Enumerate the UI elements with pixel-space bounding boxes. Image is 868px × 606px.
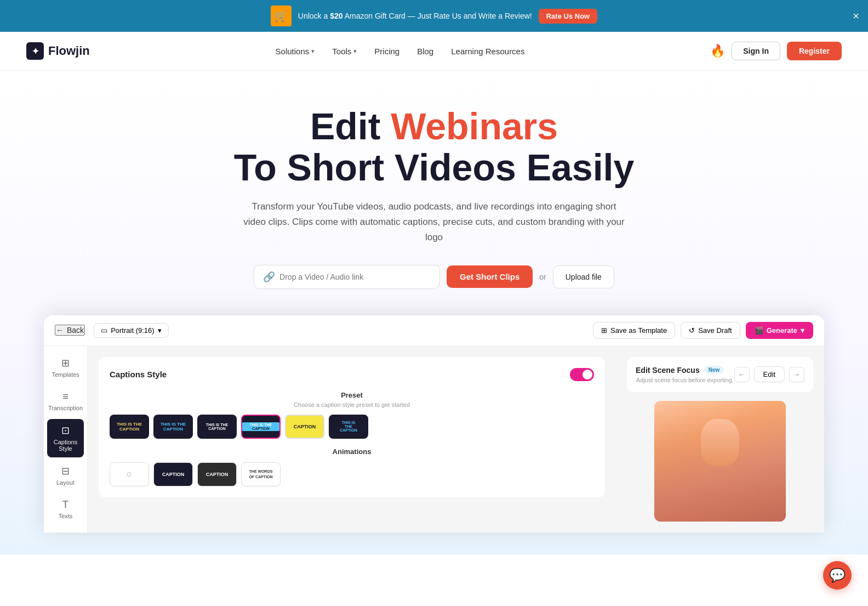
logo[interactable]: ✦ Flowjin bbox=[26, 42, 90, 60]
preset-grid: THIS IS THECAPTION THIS IS THECAPTION TH… bbox=[110, 415, 594, 439]
chevron-down-icon: ▾ bbox=[311, 48, 315, 55]
banner-close-button[interactable]: × bbox=[853, 10, 859, 21]
captions-style-panel: Captions Style Preset Choose a caption s… bbox=[99, 357, 605, 497]
animations-grid: ○ Caption Caption The Wordsof Caption bbox=[110, 462, 594, 486]
navbar: ✦ Flowjin Solutions ▾ Tools ▾ Pricing Bl… bbox=[0, 32, 868, 71]
hero-subtitle: Transform your YouTube videos, audio pod… bbox=[242, 199, 626, 245]
scene-focus-title: Edit Scene Focus New bbox=[636, 366, 734, 375]
scene-focus-card: Edit Scene Focus New Adjust scene focus … bbox=[627, 357, 813, 392]
editor-sidebar: ⊞ Templates ≡ Transcription ⊡ Captions S… bbox=[44, 346, 88, 533]
logo-text: Flowjin bbox=[48, 44, 90, 58]
templates-icon: ⊞ bbox=[61, 357, 70, 369]
scene-next-button[interactable]: → bbox=[789, 367, 804, 382]
scene-focus-desc: Adjust scene focus before exporting. bbox=[636, 377, 734, 383]
fire-icon[interactable]: 🔥 bbox=[710, 44, 725, 58]
banner-text: Unlock a $20 Amazon Gift Card — Just Rat… bbox=[298, 12, 532, 20]
hero-section: Edit Webinars To Short Videos Easily Tra… bbox=[0, 71, 868, 554]
scene-nav: ← Edit → bbox=[734, 366, 804, 382]
animation-caption-1[interactable]: Caption bbox=[153, 462, 193, 486]
url-input-wrapper: 🔗 bbox=[254, 265, 440, 289]
back-button[interactable]: ← Back bbox=[55, 325, 85, 336]
panel-header: Captions Style bbox=[110, 368, 594, 381]
nav-actions: 🔥 Sign In Register bbox=[710, 42, 842, 60]
nav-learning[interactable]: Learning Resources bbox=[451, 47, 524, 56]
captions-toggle[interactable] bbox=[570, 368, 594, 381]
register-button[interactable]: Register bbox=[787, 42, 842, 60]
portrait-selector[interactable]: ▭ Portrait (9:16) ▾ bbox=[94, 323, 168, 338]
sidebar-item-transcription[interactable]: ≡ Transcription bbox=[47, 386, 84, 417]
new-badge: New bbox=[704, 366, 724, 374]
editor-body: ⊞ Templates ≡ Transcription ⊡ Captions S… bbox=[44, 346, 824, 533]
hero-cta: 🔗 Get Short Clips or Upload file bbox=[11, 265, 857, 289]
url-input[interactable] bbox=[279, 273, 431, 281]
no-animation-icon: ○ bbox=[127, 468, 133, 480]
get-short-clips-button[interactable]: Get Short Clips bbox=[447, 265, 533, 288]
chevron-down-icon: ▾ bbox=[158, 326, 162, 335]
preset-blue-box[interactable]: This is the caption bbox=[241, 415, 281, 439]
animations-label: Animations bbox=[110, 448, 594, 456]
scene-prev-button[interactable]: ← bbox=[734, 367, 750, 382]
scene-focus-info: Edit Scene Focus New Adjust scene focus … bbox=[636, 366, 734, 383]
logo-icon: ✦ bbox=[26, 42, 44, 60]
generate-button[interactable]: 🎬 Generate ▾ bbox=[746, 322, 813, 339]
layout-icon: ⊟ bbox=[61, 465, 70, 477]
preset-yellow-highlight[interactable]: THIS IS THECAPTION bbox=[110, 415, 149, 439]
editor-topbar-right: ⊞ Save as Template ↺ Save Draft 🎬 Genera… bbox=[593, 322, 813, 339]
nav-pricing[interactable]: Pricing bbox=[374, 47, 399, 56]
amazon-icon: 🛒 bbox=[274, 9, 288, 22]
preset-blue-text[interactable]: THIS ISTHECAPTION bbox=[329, 415, 368, 439]
editor-main-panel: Captions Style Preset Choose a caption s… bbox=[88, 346, 616, 533]
nav-links: Solutions ▾ Tools ▾ Pricing Blog Learnin… bbox=[276, 47, 525, 56]
video-preview-face bbox=[654, 401, 786, 522]
banner-amount: $20 bbox=[330, 12, 342, 20]
amazon-badge: 🛒 bbox=[271, 5, 292, 26]
panel-title: Captions Style bbox=[110, 370, 167, 379]
dropdown-arrow-icon: ▾ bbox=[801, 326, 804, 335]
editor-preview: ← Back ▭ Portrait (9:16) ▾ ⊞ Save as Tem… bbox=[44, 315, 824, 533]
sidebar-item-texts[interactable]: T Texts bbox=[47, 494, 84, 525]
editor-right-panel: Edit Scene Focus New Adjust scene focus … bbox=[616, 346, 824, 533]
preset-desc: Choose a caption style preset to get sta… bbox=[110, 401, 594, 408]
template-icon: ⊞ bbox=[601, 326, 607, 335]
sidebar-item-captions-style[interactable]: ⊡ Captions Style bbox=[47, 419, 84, 457]
save-as-template-button[interactable]: ⊞ Save as Template bbox=[593, 322, 675, 339]
scene-edit-button[interactable]: Edit bbox=[754, 366, 785, 382]
nav-tools[interactable]: Tools ▾ bbox=[332, 47, 357, 56]
chevron-down-icon: ▾ bbox=[353, 48, 357, 55]
sign-in-button[interactable]: Sign In bbox=[732, 42, 780, 60]
save-draft-button[interactable]: ↺ Save Draft bbox=[681, 322, 740, 339]
preset-label: Preset bbox=[110, 391, 594, 399]
animation-caption-2[interactable]: Caption bbox=[197, 462, 237, 486]
animation-words[interactable]: The Wordsof Caption bbox=[241, 462, 281, 486]
portrait-icon: ▭ bbox=[101, 326, 107, 335]
link-icon: 🔗 bbox=[263, 271, 275, 283]
upload-file-button[interactable]: Upload file bbox=[553, 265, 614, 288]
video-preview bbox=[654, 401, 786, 522]
or-separator: or bbox=[539, 273, 546, 281]
hero-title: Edit Webinars To Short Videos Easily bbox=[11, 106, 857, 188]
hero-title-accent: Webinars bbox=[391, 105, 558, 147]
preset-bold-white[interactable]: THIS IS THE CAPTION bbox=[197, 415, 237, 439]
preset-yellow-bg[interactable]: Caption bbox=[285, 415, 324, 439]
hero-title-main: To Short Videos Easily bbox=[11, 147, 857, 188]
captions-style-icon: ⊡ bbox=[61, 424, 70, 437]
rate-us-now-button[interactable]: Rate Us Now bbox=[539, 9, 597, 24]
editor-topbar-left: ← Back ▭ Portrait (9:16) ▾ bbox=[55, 323, 169, 338]
animation-none[interactable]: ○ bbox=[110, 462, 149, 486]
editor-topbar: ← Back ▭ Portrait (9:16) ▾ ⊞ Save as Tem… bbox=[44, 315, 824, 346]
save-icon: ↺ bbox=[689, 326, 695, 335]
back-arrow-icon: ← bbox=[56, 326, 64, 335]
video-icon: 🎬 bbox=[755, 326, 763, 335]
banner-suffix: Amazon Gift Card — Just Rate Us and Writ… bbox=[345, 12, 532, 20]
sidebar-item-templates[interactable]: ⊞ Templates bbox=[47, 352, 84, 383]
texts-icon: T bbox=[62, 499, 68, 511]
nav-solutions[interactable]: Solutions ▾ bbox=[276, 47, 315, 56]
nav-blog[interactable]: Blog bbox=[417, 47, 433, 56]
transcription-icon: ≡ bbox=[62, 391, 68, 403]
sidebar-item-layout[interactable]: ⊟ Layout bbox=[47, 460, 84, 491]
top-banner: 🛒 Unlock a $20 Amazon Gift Card — Just R… bbox=[0, 0, 868, 32]
preset-blue-highlight[interactable]: THIS IS THECAPTION bbox=[153, 415, 193, 439]
